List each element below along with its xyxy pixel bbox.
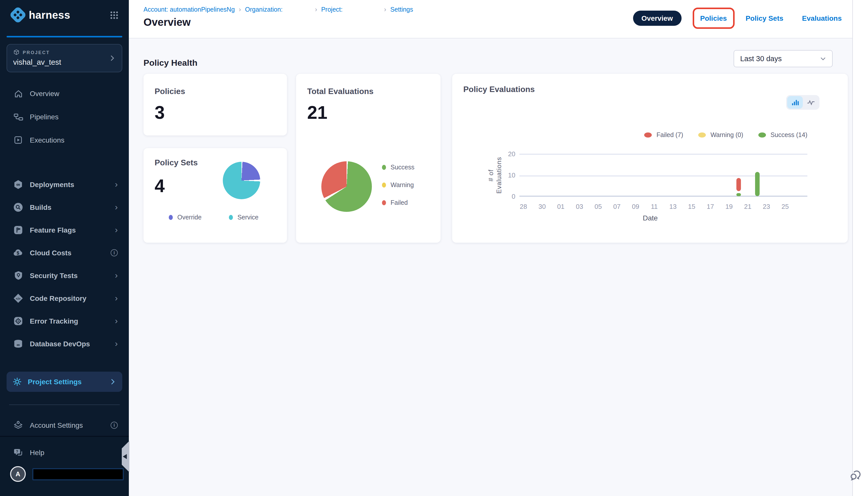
legend-dot bbox=[382, 200, 386, 205]
sidebar-item-error-tracking[interactable]: Error Tracking › bbox=[0, 309, 129, 332]
svg-text:∞: ∞ bbox=[16, 181, 20, 187]
sidebar-item-executions[interactable]: Executions bbox=[0, 128, 129, 152]
main-content: Policy Health Last 30 days Policies 3 Po… bbox=[129, 38, 852, 496]
sidebar-item-label: Feature Flags bbox=[30, 226, 76, 234]
chevron-right-icon: › bbox=[115, 316, 118, 325]
sidebar-item-code-repository[interactable]: </> Code Repository › bbox=[0, 287, 129, 309]
legend-label: Warning bbox=[390, 182, 414, 189]
legend-item-failed[interactable]: Failed (7) bbox=[644, 131, 683, 139]
line-chart-icon bbox=[807, 98, 815, 106]
legend-item-warning[interactable]: Warning bbox=[382, 182, 415, 189]
sidebar-divider bbox=[9, 404, 120, 405]
sidebar-item-feature-flags[interactable]: Feature Flags › bbox=[0, 218, 129, 241]
line-chart-toggle-button[interactable] bbox=[803, 96, 819, 109]
breadcrumb-project[interactable]: Project: bbox=[321, 6, 342, 13]
date-range-value: Last 30 days bbox=[740, 55, 782, 63]
executions-icon bbox=[13, 135, 23, 145]
sidebar-item-pipelines[interactable]: Pipelines bbox=[0, 105, 129, 128]
sidebar-account-nav: Account Settings i bbox=[0, 414, 129, 437]
redacted-username bbox=[32, 468, 124, 480]
legend-label: Success bbox=[390, 164, 415, 171]
sidebar: harness PROJECT vishal_av_test bbox=[0, 0, 129, 496]
x-tick-label: 30 bbox=[539, 203, 546, 210]
total-evaluations-legend: Success Warning Failed bbox=[382, 164, 415, 206]
layers-gear-icon bbox=[13, 420, 23, 430]
legend-item-failed[interactable]: Failed bbox=[382, 199, 415, 206]
sidebar-item-security-tests[interactable]: Security Tests › bbox=[0, 264, 129, 287]
info-icon: i bbox=[111, 422, 118, 429]
legend-item-success[interactable]: Success bbox=[382, 164, 415, 171]
bar-segment bbox=[736, 193, 741, 196]
chevron-right-icon: › bbox=[115, 294, 118, 303]
pipelines-icon bbox=[13, 112, 23, 122]
policies-card: Policies 3 bbox=[144, 74, 287, 136]
app-grid-icon[interactable] bbox=[110, 10, 119, 19]
date-range-select[interactable]: Last 30 days bbox=[734, 50, 833, 67]
sidebar-item-deployments[interactable]: ∞ Deployments › bbox=[0, 173, 129, 196]
project-selector[interactable]: PROJECT vishal_av_test bbox=[6, 44, 122, 72]
tab-overview[interactable]: Overview bbox=[633, 11, 681, 26]
app: harness PROJECT vishal_av_test bbox=[0, 0, 868, 496]
sidebar-item-database-devops[interactable]: ∞ Database DevOps › bbox=[0, 332, 129, 355]
sidebar-primary-nav: Overview Pipelines Executions bbox=[0, 82, 129, 152]
code-repository-icon: </> bbox=[13, 293, 23, 303]
help-chat-icon: ? bbox=[13, 448, 23, 458]
sidebar-item-project-settings[interactable]: Project Settings bbox=[6, 372, 122, 392]
bar-chart-icon bbox=[791, 98, 799, 106]
legend-label: Failed (7) bbox=[657, 131, 683, 139]
legend-dot bbox=[644, 133, 652, 138]
card-title: Total Evaluations bbox=[307, 87, 430, 96]
logo-text: harness bbox=[29, 9, 70, 21]
legend-dot bbox=[698, 133, 706, 138]
sidebar-item-label: Account Settings bbox=[30, 421, 83, 429]
avatar[interactable]: A bbox=[10, 466, 26, 482]
sidebar-item-overview[interactable]: Overview bbox=[0, 82, 129, 105]
breadcrumb-settings[interactable]: Settings bbox=[390, 6, 413, 13]
chat-bubbles-icon[interactable] bbox=[850, 469, 862, 481]
breadcrumb-organization[interactable]: Organization: bbox=[245, 6, 283, 13]
sidebar-item-label: Deployments bbox=[30, 180, 74, 188]
total-evaluations-count: 21 bbox=[307, 102, 430, 123]
home-icon bbox=[13, 89, 23, 98]
chevron-right-icon: › bbox=[115, 180, 118, 189]
legend-item-override[interactable]: Override bbox=[169, 214, 202, 221]
x-tick-label: 15 bbox=[688, 203, 695, 210]
gridline-0 bbox=[519, 196, 807, 197]
project-label: PROJECT bbox=[23, 50, 50, 55]
error-tracking-icon bbox=[13, 316, 23, 326]
sidebar-item-label: Overview bbox=[30, 90, 59, 97]
gridline-10 bbox=[519, 175, 807, 176]
x-tick-label: 13 bbox=[670, 203, 677, 210]
legend-item-success[interactable]: Success (14) bbox=[758, 131, 807, 139]
legend-label: Warning (0) bbox=[710, 131, 743, 139]
project-name: vishal_av_test bbox=[13, 58, 116, 66]
sidebar-item-account-settings[interactable]: Account Settings i bbox=[0, 414, 129, 437]
breadcrumb-account[interactable]: Account: automationPipelinesNg bbox=[144, 6, 235, 13]
svg-text:∞: ∞ bbox=[17, 342, 20, 347]
collapse-arrow-icon bbox=[123, 454, 127, 459]
bar-segment bbox=[736, 178, 741, 191]
tab-policy-sets[interactable]: Policy Sets bbox=[745, 14, 783, 22]
sidebar-item-builds[interactable]: Builds › bbox=[0, 196, 129, 218]
avatar-initial: A bbox=[16, 470, 20, 478]
legend-label: Override bbox=[177, 214, 202, 221]
legend-item-warning[interactable]: Warning (0) bbox=[698, 131, 743, 139]
bar-chart-toggle-button[interactable] bbox=[787, 96, 803, 109]
top-tabs: Overview Policies Policy Sets Evaluation… bbox=[633, 11, 842, 26]
x-tick-label: 03 bbox=[576, 203, 583, 210]
sidebar-item-label: Executions bbox=[30, 136, 64, 144]
sidebar-item-help[interactable]: ? Help bbox=[0, 441, 129, 464]
tab-evaluations[interactable]: Evaluations bbox=[802, 14, 842, 22]
sidebar-item-label: Database DevOps bbox=[30, 340, 90, 347]
tab-policies[interactable]: Policies bbox=[700, 14, 727, 22]
svg-text:?: ? bbox=[16, 449, 18, 453]
breadcrumb: Account: automationPipelinesNg › Organiz… bbox=[144, 5, 413, 13]
sidebar-item-cloud-costs[interactable]: $ Cloud Costs i bbox=[0, 241, 129, 264]
chevron-separator-icon: › bbox=[315, 5, 317, 13]
section-title: Policy Health bbox=[144, 58, 197, 68]
x-tick-label: 21 bbox=[744, 203, 752, 210]
total-evaluations-pie-chart bbox=[321, 161, 372, 212]
legend-item-service[interactable]: Service bbox=[229, 214, 258, 221]
legend-dot bbox=[229, 215, 233, 220]
shield-icon bbox=[13, 270, 23, 280]
